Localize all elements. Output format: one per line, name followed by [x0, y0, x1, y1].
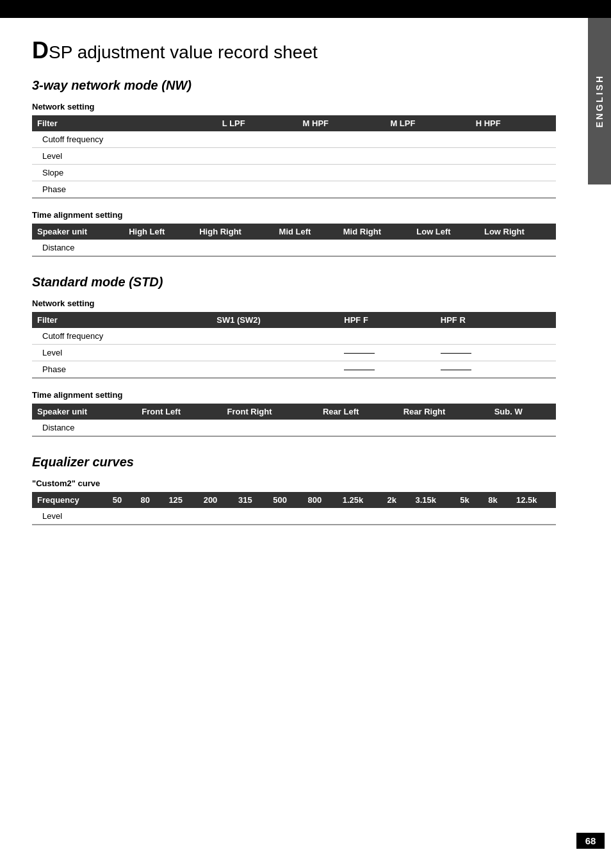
cell: Level	[32, 345, 211, 361]
dash-indicator	[441, 353, 471, 354]
eq-col-315k: 3.15k	[410, 492, 455, 508]
eq-col-2k: 2k	[382, 492, 411, 508]
cell	[532, 361, 556, 379]
cell	[471, 148, 556, 165]
cell	[268, 508, 302, 525]
side-tab-label: ENGLISH	[594, 74, 605, 127]
std-time-col-rearleft: Rear Left	[318, 404, 398, 420]
cell	[163, 508, 198, 525]
cell	[532, 328, 556, 345]
std-time-col-rearright: Rear Right	[398, 404, 489, 420]
cell	[217, 148, 298, 165]
page-title: DSP adjustment value record sheet	[32, 37, 556, 64]
nw-network-col-mhpf: M HPF	[298, 115, 386, 131]
table-row: Cutoff frequency	[32, 131, 556, 148]
table-row: Phase	[32, 361, 556, 379]
cell	[436, 361, 532, 379]
cell	[385, 131, 470, 148]
section-std-heading: Standard mode (STD)	[32, 275, 556, 290]
cell	[318, 420, 398, 436]
std-time-col-speaker: Speaker unit	[32, 404, 136, 420]
eq-col-1250: 1.25k	[338, 492, 382, 508]
std-network-col-hpfr: HPF R	[436, 312, 532, 328]
section-eq: Equalizer curves "Custom2" curve Frequen…	[32, 455, 556, 525]
dash-indicator	[441, 370, 471, 370]
cell	[274, 240, 338, 256]
std-network-col-empty	[532, 312, 556, 328]
section-nw-heading: 3-way network mode (NW)	[32, 78, 556, 93]
subsection-std-time-heading: Time alignment setting	[32, 390, 556, 400]
std-time-col-frontright: Front Right	[222, 404, 318, 420]
section-std: Standard mode (STD) Network setting Filt…	[32, 275, 556, 437]
cell	[385, 165, 470, 181]
subsection-nw-time-heading: Time alignment setting	[32, 210, 556, 220]
main-content: DSP adjustment value record sheet 3-way …	[0, 18, 588, 582]
std-network-col-sw1: SW1 (SW2)	[211, 312, 339, 328]
table-row: Cutoff frequency	[32, 328, 556, 345]
nw-network-table: Filter L LPF M HPF M LPF H HPF Cutoff fr…	[32, 115, 556, 199]
cell: Slope	[32, 165, 217, 181]
eq-col-125: 125	[163, 492, 198, 508]
cell	[217, 165, 298, 181]
cell	[108, 508, 136, 525]
cell	[385, 181, 470, 199]
nw-network-col-llpf: L LPF	[217, 115, 298, 131]
nw-time-col-highright: High Right	[194, 224, 273, 240]
cell	[217, 131, 298, 148]
cell: Distance	[32, 420, 136, 436]
std-time-col-subw: Sub. W	[489, 404, 556, 420]
cell	[455, 508, 483, 525]
nw-time-col-midleft: Mid Left	[274, 224, 338, 240]
eq-col-125k: 12.5k	[511, 492, 556, 508]
nw-time-col-lowright: Low Right	[479, 224, 556, 240]
table-row: Phase	[32, 181, 556, 199]
cell	[398, 420, 489, 436]
cell	[302, 508, 337, 525]
std-network-col-filter: Filter	[32, 312, 211, 328]
cell	[124, 240, 194, 256]
table-row: Level	[32, 148, 556, 165]
side-tab: ENGLISH	[588, 18, 611, 184]
cell	[211, 361, 339, 379]
table-row: Distance	[32, 240, 556, 256]
cell: Phase	[32, 361, 211, 379]
page-title-rest: SP adjustment value record sheet	[49, 42, 318, 62]
page-title-big-letter: D	[32, 37, 49, 63]
cell	[194, 240, 273, 256]
table-row: Distance	[32, 420, 556, 436]
cell	[298, 148, 386, 165]
eq-col-315: 315	[233, 492, 268, 508]
cell	[511, 508, 556, 525]
nw-network-col-mlpf: M LPF	[385, 115, 470, 131]
cell	[199, 508, 233, 525]
cell	[479, 240, 556, 256]
nw-time-col-highleft: High Left	[124, 224, 194, 240]
cell	[489, 420, 556, 436]
cell	[222, 420, 318, 436]
cell	[339, 361, 436, 379]
eq-col-5k: 5k	[455, 492, 483, 508]
cell	[298, 165, 386, 181]
cell	[436, 328, 532, 345]
cell	[136, 420, 222, 436]
cell: Cutoff frequency	[32, 131, 217, 148]
nw-time-col-lowleft: Low Left	[411, 224, 479, 240]
std-time-col-frontleft: Front Left	[136, 404, 222, 420]
cell: Distance	[32, 240, 124, 256]
dash-indicator	[344, 370, 375, 370]
cell	[471, 131, 556, 148]
cell	[410, 508, 455, 525]
std-network-col-hpff: HPF F	[339, 312, 436, 328]
nw-network-col-filter: Filter	[32, 115, 217, 131]
eq-table: Frequency 50 80 125 200 315 500 800 1.25…	[32, 492, 556, 525]
section-eq-heading: Equalizer curves	[32, 455, 556, 470]
eq-col-80: 80	[136, 492, 164, 508]
nw-time-col-midright: Mid Right	[338, 224, 411, 240]
nw-time-table: Speaker unit High Left High Right Mid Le…	[32, 224, 556, 257]
eq-col-200: 200	[199, 492, 233, 508]
cell	[339, 328, 436, 345]
cell	[233, 508, 268, 525]
subsection-std-network-heading: Network setting	[32, 299, 556, 308]
cell	[382, 508, 411, 525]
cell	[298, 181, 386, 199]
